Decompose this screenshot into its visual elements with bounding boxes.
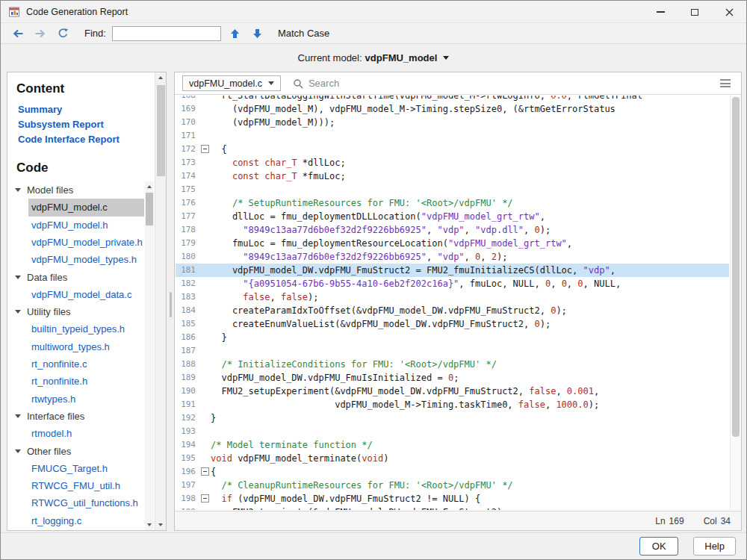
tree-file-vdpfmu-model-h[interactable]: vdpFMU_model.h — [7, 217, 144, 234]
current-model-dropdown[interactable]: Current model: vdpFMU_model — [1, 44, 746, 71]
code-text: { — [211, 143, 227, 156]
scroll-up-icon[interactable] — [155, 72, 166, 83]
tree-file-vdpfmu-model-types-h[interactable]: vdpFMU_model_types.h — [7, 251, 144, 268]
code-line[interactable]: 193 — [176, 425, 729, 438]
code-line[interactable]: 184 createParamIdxToOffset(&vdpFMU_model… — [176, 304, 729, 317]
fold-collapse-icon[interactable] — [199, 143, 211, 156]
code-token — [211, 359, 221, 370]
code-line[interactable]: 199 FMU2_terminate(&vdpFMU_model_DW.vdpF… — [176, 505, 729, 510]
code-line[interactable]: 177 dllLoc = fmu_deploymentDLLLocation("… — [176, 210, 729, 223]
code-line[interactable]: 196{ — [176, 465, 729, 479]
code-line[interactable]: 168 rt_StartDataLoggingWithStartTime(vdp… — [176, 96, 729, 102]
code-scrollbar[interactable] — [730, 96, 741, 510]
menu-icon[interactable] — [717, 76, 734, 90]
code-line[interactable]: 180 "8949c13aa77d6b0ef32d2f9226bb6925", … — [176, 250, 729, 264]
tree-file-vdpfmu-model-private-h[interactable]: vdpFMU_model_private.h — [7, 234, 144, 251]
tree-file-rtwtypes-h[interactable]: rtwtypes.h — [7, 391, 144, 408]
code-line[interactable]: 179 fmuLoc = fmu_deploymentResourceLocat… — [176, 237, 729, 250]
code-token: , fmuLoc, NULL, — [459, 279, 545, 289]
tree-file-fmucg-target-h[interactable]: FMUCG_Target.h — [7, 460, 144, 477]
code-scrollbar-thumb[interactable] — [732, 97, 740, 437]
tree-scrollbar-thumb[interactable] — [146, 193, 153, 225]
tree-group-interface-files[interactable]: Interface files — [7, 408, 144, 425]
sidebar-scrollbar-thumb[interactable] — [157, 85, 165, 176]
forward-button[interactable] — [32, 25, 49, 42]
tree-file-builtin-typeid-types-h[interactable]: builtin_typeid_types.h — [7, 320, 144, 337]
close-button[interactable] — [712, 1, 746, 23]
code-line[interactable]: 186 } — [176, 331, 729, 344]
tree-file-rtmodel-h[interactable]: rtmodel.h — [7, 425, 144, 442]
panel-splitter[interactable] — [167, 72, 174, 531]
scroll-down-icon[interactable] — [145, 520, 154, 530]
code-line[interactable]: 183 false, false); — [176, 290, 729, 304]
minimize-button[interactable] — [643, 1, 678, 23]
code-line[interactable]: 178 "8949c13aa77d6b0ef32d2f9226bb6925", … — [176, 223, 729, 237]
code-line[interactable]: 173 const char_T *dllLoc; — [176, 156, 729, 169]
code-line[interactable]: 198 if (vdpFMU_model_DW.vdpFMU_FmuStruct… — [176, 492, 729, 505]
collapse-caret-icon — [15, 188, 21, 192]
code-token: dllLoc = fmu_deploymentDLLLocation( — [211, 211, 421, 222]
find-previous-button[interactable] — [227, 25, 244, 42]
scroll-up-icon[interactable] — [145, 181, 154, 192]
refresh-button[interactable] — [55, 25, 71, 42]
content-link-subsystem-report[interactable]: Subsystem Report — [18, 117, 104, 132]
scroll-down-icon[interactable] — [155, 520, 166, 530]
search-input[interactable] — [309, 78, 711, 89]
match-case-toggle[interactable]: Match Case — [278, 28, 329, 39]
code-line[interactable]: 195void vdpFMU_model_terminate(void) — [176, 452, 729, 465]
code-text: dllLoc = fmu_deploymentDLLLocation("vdpF… — [211, 210, 545, 223]
find-next-button[interactable] — [249, 25, 266, 42]
file-dropdown[interactable]: vdpFMU_model.c — [182, 75, 281, 91]
code-line[interactable]: 194/* Model terminate function */ — [176, 438, 729, 452]
fold-collapse-icon[interactable] — [199, 492, 211, 505]
code-line[interactable]: 172 { — [176, 143, 729, 156]
tree-file-vdpfmu-model-data-c[interactable]: vdpFMU_model_data.c — [7, 286, 144, 303]
tree-group-utility-files[interactable]: Utility files — [7, 303, 144, 320]
code-line[interactable]: 171 — [176, 129, 729, 143]
content-link-code-interface-report[interactable]: Code Interface Report — [18, 132, 120, 147]
code-line[interactable]: 169 (vdpFMU_model_M), vdpFMU_model_M->Ti… — [176, 102, 729, 116]
back-button[interactable] — [10, 25, 26, 42]
tree-file-rtwcg-util-functions-h[interactable]: RTWCG_util_functions.h — [7, 494, 144, 511]
help-button[interactable]: Help — [693, 537, 736, 556]
tree-file-multiword-types-h[interactable]: multiword_types.h — [7, 338, 144, 355]
ok-button[interactable]: OK — [639, 537, 678, 556]
find-input[interactable] — [112, 26, 221, 41]
code-search-box[interactable] — [293, 78, 711, 89]
line-number: 172 — [176, 143, 199, 156]
code-line[interactable]: 170 (vdpFMU_model_M))); — [176, 116, 729, 129]
content-link-summary[interactable]: Summary — [18, 102, 62, 117]
code-line[interactable]: 188 /* InitializeConditions for FMU: '<R… — [176, 358, 729, 371]
tree-group-other-files[interactable]: Other files — [7, 442, 144, 459]
code-token: ); — [540, 225, 551, 235]
column-value: 34 — [721, 516, 731, 526]
fold-collapse-icon[interactable] — [199, 465, 211, 479]
tree-file-rt-nonfinite-h[interactable]: rt_nonfinite.h — [7, 373, 144, 390]
code-line[interactable]: 189 vdpFMU_model_DW.vdpFMU_FmuIsInitiali… — [176, 371, 729, 385]
code-token: { — [211, 144, 227, 155]
fold-gutter — [199, 237, 211, 250]
tree-file-rt-nonfinite-c[interactable]: rt_nonfinite.c — [7, 355, 144, 373]
tree-group-data-files[interactable]: Data files — [7, 268, 144, 285]
code-line[interactable]: 185 createEnumValueList(&vdpFMU_model_DW… — [176, 317, 729, 331]
tree-scrollbar[interactable] — [145, 181, 154, 530]
code-line[interactable]: 175 — [176, 183, 729, 196]
code-line[interactable]: 182 "{a0951054-67b6-9b55-4a10-6eb2f202c1… — [176, 277, 729, 290]
code-line[interactable]: 174 const char_T *fmuLoc; — [176, 169, 729, 183]
code-text: "{a0951054-67b6-9b55-4a10-6eb2f202c16a}"… — [211, 277, 621, 290]
code-line[interactable]: 192} — [176, 411, 729, 425]
code-line[interactable]: 176 /* SetupRuntimeResources for FMU: '<… — [176, 196, 729, 210]
code-line[interactable]: 191 vdpFMU_model_M->Timing.taskTime0, fa… — [176, 398, 729, 411]
code-line[interactable]: 197 /* CleanupRuntimeResources for FMU: … — [176, 479, 729, 492]
code-line-highlighted[interactable]: 181 vdpFMU_model_DW.vdpFMU_FmuStruct2 = … — [176, 264, 729, 277]
tree-file-vdpfmu-model-c[interactable]: vdpFMU_model.c — [28, 199, 144, 216]
code-line[interactable]: 187 — [176, 344, 729, 358]
maximize-button[interactable] — [678, 1, 712, 23]
code-line[interactable]: 190 FMU2_setupExperiment(&vdpFMU_model_D… — [176, 385, 729, 398]
code-token: *dllLoc; — [297, 158, 346, 168]
code-text: } — [211, 411, 216, 425]
tree-file-rtwcg-fmu-util-h[interactable]: RTWCG_FMU_util.h — [7, 477, 144, 494]
tree-group-model-files[interactable]: Model files — [7, 181, 144, 199]
tree-file-rt-logging-c[interactable]: rt_logging.c — [7, 512, 144, 529]
sidebar-scrollbar[interactable] — [155, 72, 166, 530]
